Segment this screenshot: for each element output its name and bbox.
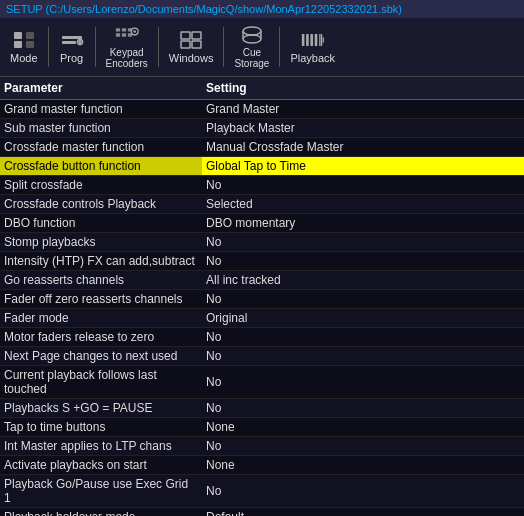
svg-rect-24 [302, 34, 305, 46]
table-row[interactable]: Intensity (HTP) FX can add,subtractNo [0, 252, 524, 271]
toolbar-keypad[interactable]: KeypadEncoders [100, 22, 154, 72]
toolbar: Mode Prog [0, 18, 524, 77]
toolbar-mode[interactable]: Mode [4, 27, 44, 67]
svg-rect-4 [62, 36, 82, 39]
setting-cell: DBO momentary [202, 214, 524, 232]
prog-icon [60, 30, 84, 50]
setting-cell: No [202, 290, 524, 308]
setting-cell: No [202, 482, 524, 500]
keypad-icon [115, 25, 139, 45]
table-row[interactable]: Split crossfadeNo [0, 176, 524, 195]
setting-cell: Grand Master [202, 100, 524, 118]
table-row[interactable]: Crossfade button functionGlobal Tap to T… [0, 157, 524, 176]
toolbar-prog[interactable]: Prog [53, 27, 91, 67]
table-header: Parameter Setting [0, 77, 524, 100]
svg-rect-12 [122, 33, 126, 36]
param-cell: Playbacks S +GO = PAUSE [0, 399, 202, 417]
svg-rect-26 [310, 34, 313, 46]
cue-icon [240, 25, 264, 45]
sep4 [223, 27, 224, 67]
toolbar-playback[interactable]: Playback [284, 27, 341, 67]
svg-rect-5 [62, 41, 76, 44]
setting-cell: None [202, 418, 524, 436]
setting-cell: All inc tracked [202, 271, 524, 289]
toolbar-windows[interactable]: Windows [163, 27, 220, 67]
setting-cell: No [202, 373, 524, 391]
setting-cell: No [202, 176, 524, 194]
mode-label: Mode [10, 52, 38, 64]
setting-cell: None [202, 456, 524, 474]
param-cell: Crossfade controls Playback [0, 195, 202, 213]
param-cell: Split crossfade [0, 176, 202, 194]
table-row[interactable]: Crossfade controls PlaybackSelected [0, 195, 524, 214]
table-row[interactable]: DBO functionDBO momentary [0, 214, 524, 233]
sep3 [158, 27, 159, 67]
setting-cell: No [202, 328, 524, 346]
table-row[interactable]: Grand master functionGrand Master [0, 100, 524, 119]
svg-rect-18 [181, 41, 190, 48]
svg-rect-19 [192, 41, 201, 48]
table-row[interactable]: Stomp playbacksNo [0, 233, 524, 252]
svg-point-20 [243, 27, 261, 35]
title-bar: SETUP (C:/Users/Lorenzo/Documents/MagicQ… [0, 0, 524, 18]
keypad-label: KeypadEncoders [106, 47, 148, 69]
param-cell: Int Master applies to LTP chans [0, 437, 202, 455]
table-row[interactable]: Fader modeOriginal [0, 309, 524, 328]
setting-cell: Original [202, 309, 524, 327]
table-row[interactable]: Current playback follows last touchedNo [0, 366, 524, 399]
prog-label: Prog [60, 52, 83, 64]
table-row[interactable]: Tap to time buttonsNone [0, 418, 524, 437]
table-row[interactable]: Crossfade master functionManual Crossfad… [0, 138, 524, 157]
windows-icon [179, 30, 203, 50]
param-cell: Next Page changes to next used [0, 347, 202, 365]
title-text: SETUP (C:/Users/Lorenzo/Documents/MagicQ… [6, 3, 402, 15]
table-row[interactable]: Next Page changes to next usedNo [0, 347, 524, 366]
table-row[interactable]: Sub master functionPlayback Master [0, 119, 524, 138]
sep1 [48, 27, 49, 67]
param-cell: Motor faders release to zero [0, 328, 202, 346]
svg-rect-3 [26, 41, 34, 48]
svg-rect-16 [181, 32, 190, 39]
svg-rect-2 [26, 32, 34, 39]
table-row[interactable]: Motor faders release to zeroNo [0, 328, 524, 347]
setting-cell: No [202, 233, 524, 251]
param-cell: Tap to time buttons [0, 418, 202, 436]
table-row[interactable]: Playbacks S +GO = PAUSENo [0, 399, 524, 418]
param-cell: Activate playbacks on start [0, 456, 202, 474]
svg-point-23 [243, 35, 261, 43]
windows-label: Windows [169, 52, 214, 64]
param-cell: Go reasserts channels [0, 271, 202, 289]
table-row[interactable]: Playback holdover modeDefault [0, 508, 524, 516]
setting-cell: No [202, 347, 524, 365]
header-param: Parameter [4, 81, 206, 95]
table-row[interactable]: Playback Go/Pause use Exec Grid 1No [0, 475, 524, 508]
param-cell: Playback Go/Pause use Exec Grid 1 [0, 475, 202, 507]
setting-cell: Selected [202, 195, 524, 213]
svg-rect-25 [306, 34, 309, 46]
svg-rect-0 [14, 32, 22, 39]
param-cell: Fader mode [0, 309, 202, 327]
toolbar-cue-storage[interactable]: CueStorage [228, 22, 275, 72]
table-row[interactable]: Activate playbacks on startNone [0, 456, 524, 475]
setting-cell: Default [202, 508, 524, 516]
table-body: Grand master functionGrand MasterSub mas… [0, 100, 524, 516]
setting-cell: No [202, 437, 524, 455]
svg-rect-27 [314, 34, 317, 46]
param-cell: Intensity (HTP) FX can add,subtract [0, 252, 202, 270]
table-row[interactable]: Fader off zero reasserts channelsNo [0, 290, 524, 309]
param-cell: Current playback follows last touched [0, 366, 202, 398]
sep2 [95, 27, 96, 67]
setting-cell: No [202, 399, 524, 417]
param-cell: Stomp playbacks [0, 233, 202, 251]
table-row[interactable]: Int Master applies to LTP chansNo [0, 437, 524, 456]
param-cell: Playback holdover mode [0, 508, 202, 516]
header-setting: Setting [206, 81, 520, 95]
param-cell: DBO function [0, 214, 202, 232]
param-cell: Fader off zero reasserts channels [0, 290, 202, 308]
svg-rect-9 [122, 28, 126, 31]
playback-icon [301, 30, 325, 50]
playback-label: Playback [290, 52, 335, 64]
cue-storage-label: CueStorage [234, 47, 269, 69]
table-row[interactable]: Go reasserts channelsAll inc tracked [0, 271, 524, 290]
setting-cell: Playback Master [202, 119, 524, 137]
